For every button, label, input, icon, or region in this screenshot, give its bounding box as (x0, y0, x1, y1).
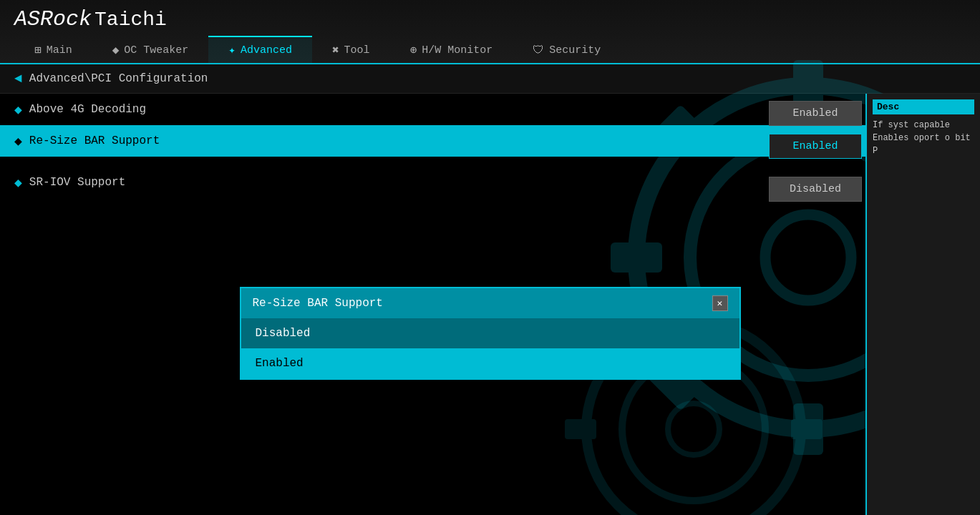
desc-title: Desc (873, 99, 974, 114)
hw-monitor-icon: ⊕ (410, 43, 417, 57)
sriov-label: SR-IOV Support (29, 176, 851, 189)
logo: ASRock Taichi (14, 7, 966, 31)
sriov-value-area: Disabled (769, 177, 862, 206)
tab-oc-tweaker[interactable]: ◆ OC Tweaker (92, 36, 209, 63)
bullet-above4g: ◆ (14, 102, 22, 117)
tab-hw-monitor[interactable]: ⊕ H/W Monitor (390, 36, 513, 63)
setting-sriov[interactable]: ◆ SR-IOV Support (0, 167, 865, 198)
back-arrow-icon[interactable]: ◄ (14, 72, 22, 86)
popup-option-enabled[interactable]: Enabled (241, 348, 739, 378)
advanced-icon: ✦ (228, 43, 236, 57)
tab-advanced[interactable]: ✦ Advanced (208, 36, 312, 63)
rebar-popup: Re-Size BAR Support ✕ Disabled Enabled (240, 287, 741, 380)
popup-close-button[interactable]: ✕ (712, 295, 728, 311)
rebar-value[interactable]: Enabled (769, 134, 862, 159)
rebar-label: Re-Size BAR Support (29, 134, 851, 147)
tab-oc-tweaker-label: OC Tweaker (124, 44, 188, 57)
nav-tabs: ⊞ Main ◆ OC Tweaker ✦ Advanced ✖ Tool ⊕ … (14, 36, 966, 63)
tab-advanced-label: Advanced (241, 44, 292, 57)
above4g-label: Above 4G Decoding (29, 103, 851, 116)
oc-tweaker-icon: ◆ (112, 43, 120, 57)
description-panel: Desc If syst capable Enables oport o bit… (865, 94, 980, 515)
tab-main-label: Main (47, 44, 72, 57)
content-wrapper: ◆ Above 4G Decoding ◆ Re-Size BAR Suppor… (0, 94, 980, 515)
setting-rebar[interactable]: ◆ Re-Size BAR Support (0, 125, 865, 157)
breadcrumb: ◄ Advanced\PCI Configuration (0, 64, 980, 94)
tab-main[interactable]: ⊞ Main (14, 36, 92, 63)
tool-icon: ✖ (332, 43, 339, 57)
bullet-rebar: ◆ (14, 133, 22, 149)
main-icon: ⊞ (34, 43, 42, 57)
brand-name: ASRock (14, 7, 92, 31)
above4g-value[interactable]: Enabled (769, 101, 862, 126)
popup-option-disabled[interactable]: Disabled (241, 318, 739, 348)
popup-title: Re-Size BAR Support (253, 297, 383, 310)
above4g-value-area: Enabled (769, 101, 862, 130)
tab-hw-monitor-label: H/W Monitor (422, 44, 493, 57)
desc-text: If syst capable Enables oport o bit P (873, 119, 974, 157)
popup-body: Disabled Enabled (241, 318, 739, 378)
tab-security[interactable]: 🛡 Security (513, 37, 621, 63)
popup-title-bar: Re-Size BAR Support ✕ (241, 288, 739, 318)
model-name: Taichi (94, 9, 167, 31)
main-content: ◆ Above 4G Decoding ◆ Re-Size BAR Suppor… (0, 94, 980, 515)
setting-above4g[interactable]: ◆ Above 4G Decoding (0, 94, 865, 125)
security-icon: 🛡 (533, 44, 544, 57)
settings-list: ◆ Above 4G Decoding ◆ Re-Size BAR Suppor… (0, 94, 865, 198)
breadcrumb-path: Advanced\PCI Configuration (29, 72, 208, 85)
close-icon: ✕ (717, 298, 723, 309)
rebar-value-area: Enabled (769, 134, 862, 163)
sriov-value[interactable]: Disabled (769, 177, 862, 202)
header: ASRock Taichi ⊞ Main ◆ OC Tweaker ✦ Adva… (0, 0, 980, 64)
bullet-sriov: ◆ (14, 175, 22, 190)
tab-security-label: Security (549, 44, 601, 57)
tab-tool-label: Tool (344, 44, 370, 57)
tab-tool[interactable]: ✖ Tool (312, 36, 390, 63)
